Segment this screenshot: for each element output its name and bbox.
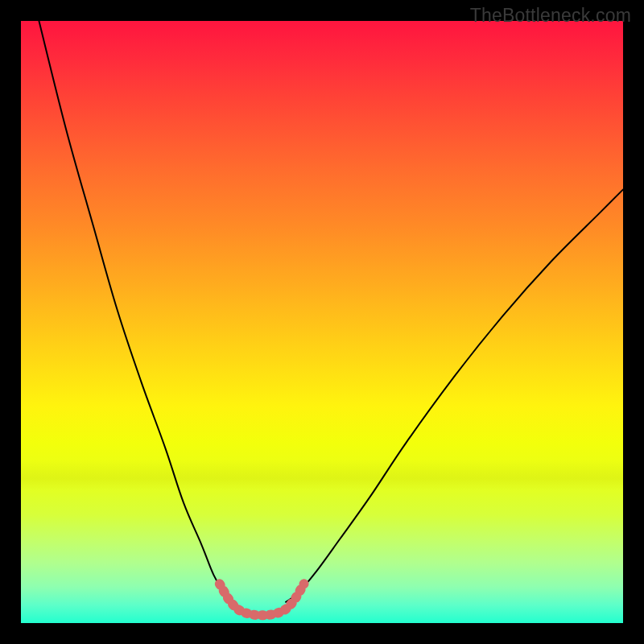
chart-plot-area bbox=[21, 21, 623, 623]
chart-curves-svg bbox=[21, 21, 623, 623]
curve-right-branch bbox=[286, 189, 623, 601]
watermark-text: TheBottleneck.com bbox=[470, 5, 631, 27]
curve-optimal-zone bbox=[220, 584, 304, 615]
curve-left-branch bbox=[39, 21, 231, 602]
